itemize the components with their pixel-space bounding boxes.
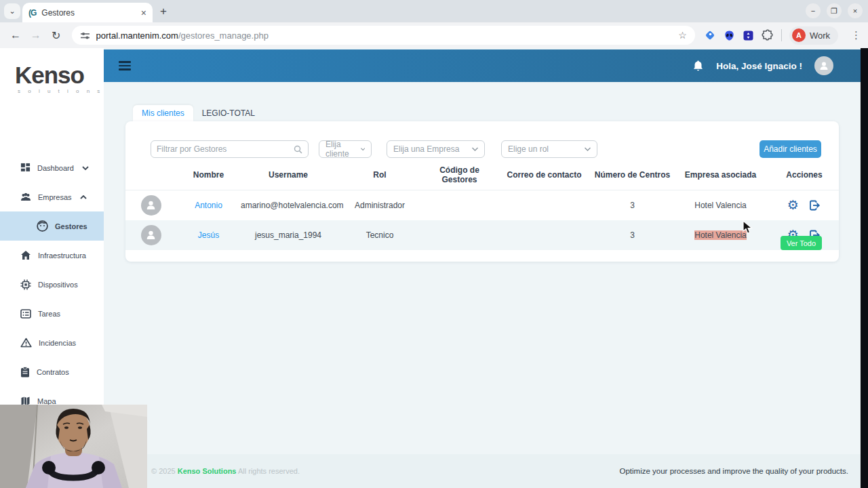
cell-empresa-selected-text: Hotel Valencia [694,230,747,240]
reload-button[interactable]: ↻ [46,29,66,42]
sidebar-item-label: Tareas [38,310,60,318]
gestor-name-link[interactable]: Jesús [198,230,219,240]
sidebar-item-dispositivos[interactable]: Dispositivos [0,270,104,299]
user-avatar[interactable] [814,56,833,75]
cell-rol: Tecnico [336,220,424,250]
window-minimize-button[interactable]: − [806,3,821,18]
brand-tagline: s o l u t i o n s [18,88,104,94]
sidebar-item-infraestructura[interactable]: Infraestructura [0,241,104,270]
tab-search-button[interactable]: ⌄ [4,3,20,19]
cell-username: jesus_maria_1994 [241,220,336,250]
tab-label: LEGIO-TOTAL [202,108,255,118]
cell-codigo [424,190,495,220]
brand-name: Kenso [15,63,104,87]
row-avatar [141,195,161,216]
browser-tab-strip: ⌄ (G Gestores × + − ❐ × [0,0,868,22]
caret-down-icon [472,147,478,151]
person-icon [145,199,157,211]
bookmark-star-icon[interactable]: ☆ [678,30,687,41]
gestores-card: Elija cliente Elija una Empresa Elige un… [125,121,839,262]
tag-extension-icon[interactable] [705,30,716,41]
screen-edge-strip [861,48,868,488]
person-icon [818,60,829,71]
content-tabs: Mis clientes LEGIO-TOTAL [133,105,264,121]
sidebar-item-label: Incidencias [39,339,76,347]
url-host: portal.mantenim.com [96,30,178,41]
role-select-value: Elige un rol [508,144,549,154]
exit-icon[interactable] [808,199,821,212]
url-bar[interactable]: portal.mantenim.com/gestores_manage.php … [72,26,695,45]
search-input[interactable] [157,144,294,154]
settings-gear-icon[interactable]: ⚙ [787,198,799,212]
chevron-up-icon [80,195,87,199]
client-select-value: Elija cliente [326,140,355,159]
mouse-cursor [743,220,753,235]
back-button[interactable]: ← [5,29,26,41]
tab-mis-clientes[interactable]: Mis clientes [133,105,193,121]
col-nombre: Nombre [176,164,241,190]
sidebar-item-dashboard[interactable]: Dashboard [0,153,104,182]
house-icon [20,250,31,260]
browser-menu-icon[interactable]: ⋮ [851,29,861,41]
browser-tab-title: Gestores [41,8,135,18]
col-centros: Número de Centros [593,164,671,190]
site-settings-icon[interactable] [80,31,90,40]
blue-square-extension-icon[interactable] [743,30,754,41]
alien-extension-icon[interactable] [724,30,735,41]
company-select[interactable]: Elija una Empresa [387,140,485,158]
browser-tab[interactable]: (G Gestores × [22,3,153,22]
dashboard-grid-icon [20,163,31,173]
app-header: Hola, José Ignacio ! [104,49,861,82]
webcam-video-frame [0,405,147,488]
sidebar-item-tareas[interactable]: Tareas [0,299,104,328]
window-restore-button[interactable]: ❐ [827,3,842,18]
forward-button[interactable]: → [26,29,46,41]
chip-icon [20,279,31,290]
tab-label: Mis clientes [142,108,184,118]
clipboard-icon [20,367,30,378]
browser-toolbar: ← → ↻ portal.mantenim.com/gestores_manag… [0,22,868,48]
role-select[interactable]: Elige un rol [501,140,597,158]
col-empresa: Empresa asociada [671,164,770,190]
sidebar-item-label: Empresas [38,193,72,201]
sidebar-item-label: Dispositivos [38,281,78,289]
sidebar-item-contratos[interactable]: Contratos [0,357,104,386]
cell-username: amarino@hotelvalencia.com [241,190,336,220]
window-close-button[interactable]: × [848,3,863,18]
row-avatar [141,225,161,245]
cell-empresa: Hotel Valencia [671,190,770,220]
profile-label: Work [810,30,830,41]
sidebar-item-label: Contratos [37,368,69,376]
ver-todo-button[interactable]: Ver Todo [781,236,822,250]
gestor-name-link[interactable]: Antonio [195,201,222,210]
sidebar-item-gestores[interactable]: Gestores [0,211,104,241]
add-clients-button[interactable]: Añadir clientes [760,140,821,158]
user-greeting: Hola, José Ignacio ! [716,61,802,71]
bell-icon[interactable] [692,60,704,72]
browser-profile-chip[interactable]: A Work [789,26,838,45]
sidebar-item-incidencias[interactable]: Incidencias [0,328,104,357]
col-username: Username [241,164,336,190]
table-row: Antonio amarino@hotelvalencia.com Admini… [125,190,839,220]
new-tab-button[interactable]: + [160,5,167,18]
footer-brand-link[interactable]: Kenso Solutions [178,467,237,475]
caret-down-icon [361,147,365,151]
copyright-suffix: All rights reserved. [236,467,300,475]
copyright-prefix: © 2025 [151,467,178,475]
sidebar-item-empresas[interactable]: Empresas [0,182,104,211]
hamburger-menu-icon[interactable] [119,59,131,73]
screen: ⌄ (G Gestores × + − ❐ × ← → ↻ portal.man… [0,0,868,488]
tab-legio-total[interactable]: LEGIO-TOTAL [193,105,264,121]
tab-close-icon[interactable]: × [141,8,146,18]
extensions-puzzle-icon[interactable] [762,29,774,41]
caret-down-icon [585,147,591,151]
task-list-icon [20,309,31,319]
client-select[interactable]: Elija cliente [319,140,372,158]
col-correo: Correo de contacto [495,164,593,190]
table-header-row: Nombre Username Rol Código de Gestores C… [125,164,839,190]
person-face-icon [37,220,48,232]
gestores-search[interactable] [151,140,309,158]
webcam-overlay [0,405,147,488]
toolbar-divider [781,29,782,41]
cell-codigo [424,220,495,250]
